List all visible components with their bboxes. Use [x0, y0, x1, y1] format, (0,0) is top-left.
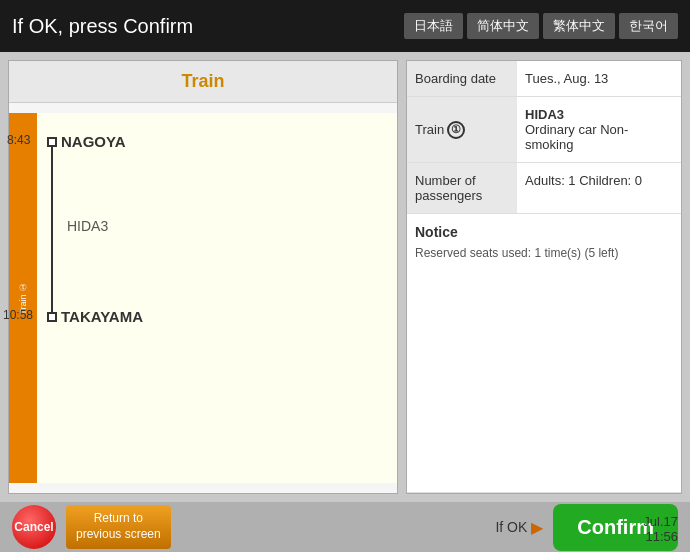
- takayama-dot: [47, 312, 57, 322]
- takayama-station: TAKAYAMA: [47, 308, 143, 325]
- takayama-time: 10:58: [3, 308, 33, 322]
- nagoya-time: 8:43: [7, 133, 30, 147]
- cancel-button[interactable]: Cancel: [12, 505, 56, 549]
- train-sidebar: Train ①: [9, 113, 37, 483]
- train-diagram-area: Train ① NAGOYA 8:43 HIDA3 TAKAYAMA 1: [9, 103, 397, 493]
- footer-left: Cancel Return toprevious screen: [12, 505, 171, 549]
- page-title: If OK, press Confirm: [12, 15, 193, 38]
- notice-text: Reserved seats used: 1 time(s) (5 left): [415, 246, 673, 260]
- train-info-value: HIDA3 Ordinary car Non-smoking: [517, 97, 681, 162]
- if-ok-label: If OK ▶: [495, 518, 543, 537]
- arrow-right-icon: ▶: [531, 518, 543, 537]
- nagoya-station: NAGOYA: [47, 133, 125, 150]
- train-diagram-panel: Train Train ① NAGOYA 8:43 HIDA3 T: [8, 60, 398, 494]
- footer: Cancel Return toprevious screen If OK ▶ …: [0, 502, 690, 552]
- notice-section: Notice Reserved seats used: 1 time(s) (5…: [407, 214, 681, 493]
- diagram-content: NAGOYA 8:43 HIDA3 TAKAYAMA 10:58: [37, 113, 397, 483]
- nagoya-dot: [47, 137, 57, 147]
- nagoya-name: NAGOYA: [61, 133, 125, 150]
- passengers-label: Number of passengers: [407, 163, 517, 213]
- takayama-name: TAKAYAMA: [61, 308, 143, 325]
- lang-traditional-chinese[interactable]: 繁体中文: [543, 13, 615, 39]
- lang-simplified-chinese[interactable]: 简体中文: [467, 13, 539, 39]
- boarding-date-value: Tues., Aug. 13: [517, 61, 681, 96]
- train-details: Ordinary car Non-smoking: [525, 122, 673, 152]
- lang-japanese[interactable]: 日本語: [404, 13, 463, 39]
- lang-korean[interactable]: 한국어: [619, 13, 678, 39]
- boarding-date-label: Boarding date: [407, 61, 517, 96]
- passengers-row: Number of passengers Adults: 1 Children:…: [407, 163, 681, 214]
- train-badge: ①: [447, 121, 465, 139]
- train-name: HIDA3: [525, 107, 673, 122]
- route-line: [51, 141, 53, 316]
- train-info-row: Train ① HIDA3 Ordinary car Non-smoking: [407, 97, 681, 163]
- train-info-label: Train ①: [407, 97, 517, 162]
- if-ok-text-span: If OK: [495, 519, 527, 535]
- header: If OK, press Confirm 日本語 简体中文 繁体中文 한국어: [0, 0, 690, 52]
- return-button[interactable]: Return toprevious screen: [66, 505, 171, 548]
- language-buttons: 日本語 简体中文 繁体中文 한국어: [404, 13, 678, 39]
- datetime-display: Jul.1711:56: [643, 514, 678, 544]
- hida-stop-label: HIDA3: [67, 218, 108, 234]
- notice-title: Notice: [415, 224, 673, 240]
- train-panel-title: Train: [9, 61, 397, 103]
- boarding-date-row: Boarding date Tues., Aug. 13: [407, 61, 681, 97]
- info-panel: Boarding date Tues., Aug. 13 Train ① HID…: [406, 60, 682, 494]
- main-content: Train Train ① NAGOYA 8:43 HIDA3 T: [0, 52, 690, 502]
- passengers-value: Adults: 1 Children: 0: [517, 163, 681, 213]
